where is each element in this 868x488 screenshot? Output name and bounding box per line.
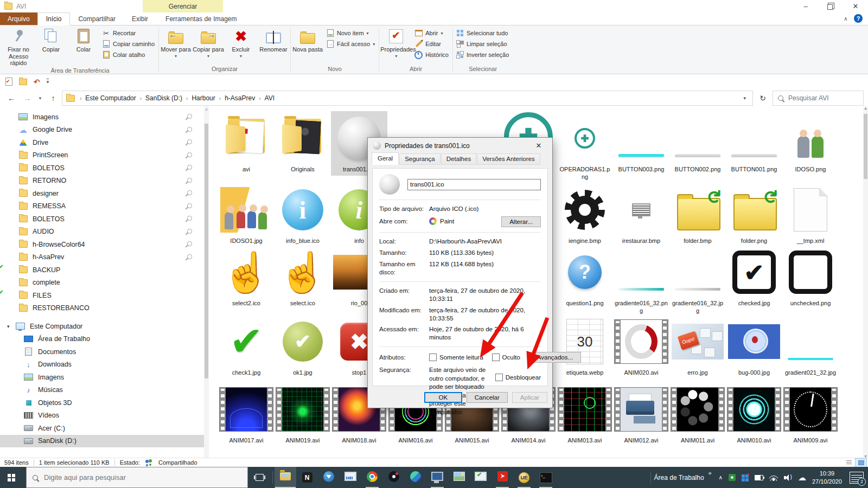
file-tile-anim012-avi[interactable]: ANIM012.avi (613, 382, 669, 447)
sidebar-item-musicas[interactable]: ♪Músicas (0, 384, 204, 397)
help-icon[interactable]: ? (854, 14, 863, 23)
sidebar-item-audio[interactable]: AUDIO (0, 226, 204, 239)
file-tile-originals[interactable]: Originals (275, 111, 331, 176)
file-tile-anim017-avi[interactable]: ANIM017.avi (218, 382, 275, 447)
file-tile-anim013-avi[interactable]: ANIM013.avi (557, 382, 613, 447)
taskbar-app-edge[interactable] (405, 467, 426, 488)
onedrive-cloud-icon[interactable]: ☁ (798, 473, 806, 481)
sidebar-item-retorno[interactable]: RETORNO (0, 175, 204, 188)
ribbon-button-colar[interactable]: Colar (67, 26, 100, 53)
sidebar-item-imagens[interactable]: Imagens (0, 111, 204, 124)
thumbnail-view-button[interactable] (855, 458, 867, 467)
breadcrumb-dropdown-icon[interactable]: ▾ (737, 95, 752, 101)
sidebar-item-area-de-trabalho[interactable]: Área de Trabalho (0, 333, 204, 346)
taskbar-search-input[interactable] (43, 473, 241, 482)
file-tile-checked-jpg[interactable]: ✔checked.jpg (726, 245, 782, 310)
grid-scrollbar[interactable]: ▲▼ (863, 106, 868, 458)
file-tile-folder-bmp[interactable]: ↻folder.bmp (669, 183, 726, 247)
file-tile-folder-png[interactable]: ↻folder.png (726, 183, 782, 247)
ribbon-button-renomear[interactable]: Renomear (257, 26, 290, 53)
list-view-button[interactable] (843, 458, 855, 467)
qat-properties-icon[interactable] (5, 78, 12, 86)
tray-blue-app-icon[interactable] (742, 474, 745, 478)
ribbon-button-inverter-selecao[interactable]: Inverter seleção (456, 51, 509, 59)
battery-icon[interactable] (755, 475, 763, 480)
tab-arquivo[interactable]: Arquivo (0, 12, 37, 25)
file-tile-anim011-avi[interactable]: ANIM011.avi (669, 382, 726, 447)
task-view-icon[interactable] (248, 467, 271, 488)
minimize-button[interactable]: – (793, 0, 818, 12)
ribbon-button-facil-acesso[interactable]: Fácil acesso▾ (326, 40, 375, 48)
sidebar-item-google-drive[interactable]: ☁Google Drive (0, 124, 204, 137)
ribbon-button-copiar[interactable]: Copiar (35, 26, 67, 53)
notifications-icon[interactable]: 2 (850, 472, 864, 484)
file-tile-idoso-png[interactable]: IDOSO.png (782, 111, 839, 176)
collapse-ribbon-icon[interactable]: ∧ (839, 12, 853, 25)
sidebar-item-documentos[interactable]: Documentos (0, 345, 204, 358)
breadcrumb-item-sandisk-d[interactable]: SanDisk (D:) (142, 91, 186, 105)
ribbon-button-excluir[interactable]: ✖Excluir▾ (225, 26, 257, 59)
sidebar-item-objetos-3d[interactable]: Objetos 3D (0, 396, 204, 409)
sidebar-item-acer-c[interactable]: Acer (C:) (0, 422, 204, 435)
file-tile-operadoras1-png[interactable]: OPERADORAS1.png (557, 111, 613, 183)
refresh-icon[interactable]: ↻ (755, 94, 771, 102)
file-tile-erro-jpg[interactable]: Oops!erro.jpg (669, 314, 726, 379)
sidebar-item-boletos[interactable]: BOLETOS (0, 213, 204, 226)
taskbar-app-installer[interactable] (426, 467, 448, 488)
clock[interactable]: 10:39 27/10/2020 (812, 470, 842, 485)
file-tile-gradient021-32-jpg[interactable]: gradient021_32.jpg (782, 314, 839, 379)
dialog-tab-geral[interactable]: Geral (372, 152, 399, 165)
sidebar-item-printscreen[interactable]: PrintScreen (0, 149, 204, 162)
file-tile-button001-png[interactable]: BUTTON001.png (726, 111, 782, 176)
tab-compartilhar[interactable]: Compartilhar (70, 12, 124, 25)
breadcrumb-item-este-computador[interactable]: Este Computador (81, 91, 139, 105)
file-tile-info-blue-ico[interactable]: iinfo_blue.ico (275, 183, 331, 247)
wifi-icon[interactable] (769, 474, 778, 481)
file-tile-irestaurar-bmp[interactable]: irestaurar.bmp (613, 183, 669, 247)
taskbar-app-sysmon[interactable] (340, 467, 361, 488)
ribbon-button-fixar-no-acesso-rapido[interactable]: Fixar no Acesso rápido (2, 26, 35, 67)
dialog-title-bar[interactable]: Propriedades de trans001.ico ✕ (368, 138, 552, 153)
ribbon-button-editar[interactable]: Editar (414, 40, 449, 48)
taskbar-app-photo[interactable] (448, 467, 470, 488)
file-tile-select2-ico[interactable]: ☝select2.ico (218, 245, 275, 310)
file-tile-iengine-bmp[interactable]: iengine.bmp (557, 183, 613, 247)
sidebar-item-complete[interactable]: complete (0, 277, 204, 290)
ribbon-button-colar-atalho[interactable]: Colar atalho (102, 51, 155, 59)
tab-exibir[interactable]: Exibir (124, 12, 156, 25)
checkbox-somente-leitura[interactable]: Somente leitura (429, 354, 483, 362)
taskbar-app-chrome[interactable] (361, 467, 383, 488)
forward-icon[interactable]: → (20, 94, 34, 102)
sidebar-item-imagens[interactable]: Imagens (0, 371, 204, 384)
aplicar-button[interactable]: Aplicar (512, 392, 547, 403)
ribbon-button-propriedades[interactable]: Propriedades▾ (380, 26, 412, 59)
ok-button[interactable]: OK (424, 392, 462, 403)
dialog-close-icon[interactable]: ✕ (530, 142, 547, 150)
sidebar-item-boletos[interactable]: BOLETOS (0, 162, 204, 175)
taskbar-app-darkapp[interactable] (383, 467, 405, 488)
taskbar-app-explorer[interactable] (275, 467, 296, 488)
qat-customize-icon[interactable]: ▾ (47, 79, 49, 85)
alterar-button[interactable]: Alterar... (501, 216, 541, 227)
ribbon-button-historico[interactable]: Histórico (414, 51, 449, 59)
file-tile-button002-png[interactable]: BUTTON002.png (669, 111, 726, 176)
tray-green-app-icon[interactable] (729, 474, 736, 481)
ribbon-button-mover-para[interactable]: ←Mover para▾ (159, 26, 192, 59)
sidebar-item-h-asaprev[interactable]: h-AsaPrev (0, 251, 204, 264)
file-tile-ok1-jpg[interactable]: ✔ok1.jpg (275, 314, 331, 379)
file-tile-anim020-avi[interactable]: ANIM020.avi (613, 314, 669, 379)
taskbar-app-ultraedit[interactable]: UE (513, 467, 535, 488)
file-tile-unchecked-png[interactable]: unchecked.png (782, 245, 839, 310)
ribbon-button-copiar-para[interactable]: →Copiar para▾ (192, 26, 225, 59)
sidebar-scrollbar[interactable]: ∧ (204, 106, 209, 458)
file-tile-etiqueta-webp[interactable]: 30etiqueta.webp (557, 314, 613, 379)
sidebar-item-h-browsecolor64[interactable]: h-BrowseColor64 (0, 238, 204, 251)
cancelar-button[interactable]: Cancelar (467, 392, 508, 403)
file-tile-bug-000-jpg[interactable]: bug-000.jpg (726, 314, 782, 379)
search-input[interactable] (787, 94, 858, 102)
filename-input[interactable] (407, 179, 541, 190)
ribbon-button-limpar-selecao[interactable]: Limpar seleção (456, 40, 509, 48)
file-tile-anim009-avi[interactable]: ANIM009.avi (782, 382, 839, 447)
ribbon-button-recortar[interactable]: ✂Recortar (102, 29, 155, 37)
ribbon-button-nova-pasta[interactable]: Nova pasta (291, 26, 324, 53)
